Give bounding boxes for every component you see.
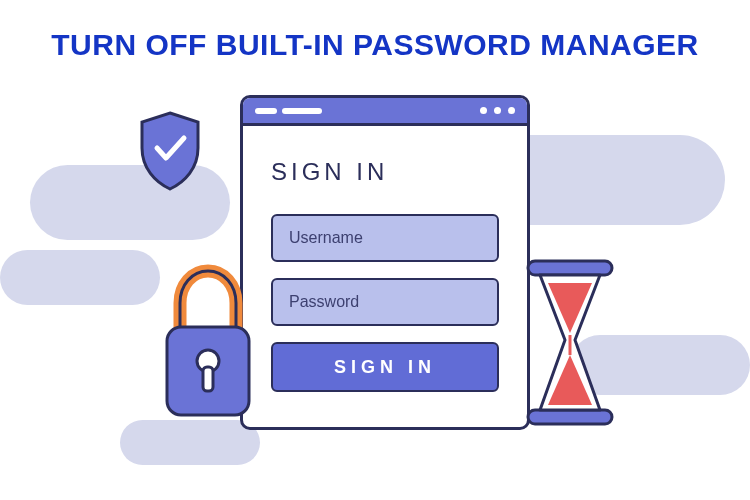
padlock-icon [155, 255, 260, 425]
svg-rect-4 [528, 410, 612, 424]
background-blob [120, 420, 260, 465]
titlebar-dots [480, 107, 515, 114]
shield-icon [135, 110, 205, 192]
svg-rect-3 [528, 261, 612, 275]
password-field[interactable]: Password [271, 278, 499, 326]
username-field[interactable]: Username [271, 214, 499, 262]
titlebar-left-decor [255, 108, 322, 114]
background-blob [0, 250, 160, 305]
signin-button[interactable]: SIGN IN [271, 342, 499, 392]
signin-heading: SIGN IN [271, 158, 499, 186]
signin-window: SIGN IN Username Password SIGN IN [240, 95, 530, 430]
hourglass-icon [520, 255, 620, 430]
window-titlebar [243, 98, 527, 126]
page-title: TURN OFF BUILT-IN PASSWORD MANAGER [0, 28, 750, 62]
svg-rect-2 [203, 367, 213, 391]
